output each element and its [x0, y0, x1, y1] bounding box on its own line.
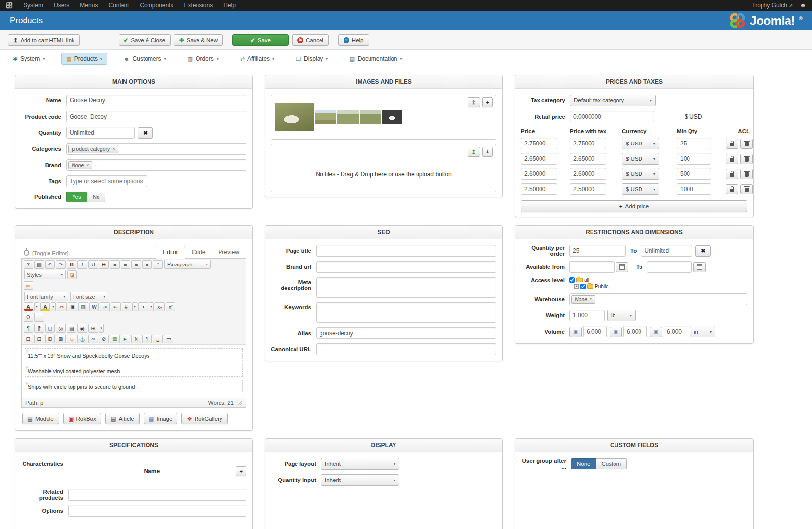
available-until-input[interactable] [647, 261, 692, 273]
menu-item-documentation[interactable]: ▤Documentation▾ [344, 53, 407, 65]
remove-chip-icon[interactable]: × [590, 297, 592, 302]
retail-price-input[interactable] [570, 111, 654, 122]
paragraph-format-select[interactable]: Paragraph▾ [164, 260, 211, 269]
fullscreen-icon[interactable]: ▢ [45, 324, 55, 333]
available-from-input[interactable] [569, 261, 615, 273]
product-thumbnail[interactable] [360, 110, 381, 124]
delete-price-button[interactable] [740, 154, 753, 164]
paste-icon[interactable]: ▥ [78, 302, 88, 311]
insert-image-button[interactable]: ▦Image [144, 413, 178, 424]
acl-lock-button[interactable] [726, 169, 738, 179]
tax-category-select[interactable]: Default tax category▾ [570, 95, 656, 106]
emoticons-icon[interactable]: ☺ [67, 335, 76, 343]
page-layout-select[interactable]: Inherit▾ [321, 458, 399, 470]
quantity-input-select[interactable]: Inherit▾ [321, 474, 399, 486]
files-dropzone[interactable]: ↥ + No files - Drag & Drop here or use t… [271, 144, 496, 192]
min-qty-input[interactable] [677, 138, 711, 149]
indent-icon[interactable]: ⇥ [100, 302, 110, 311]
save-button[interactable]: ✔Save [232, 34, 289, 46]
product-thumbnail[interactable] [315, 110, 336, 124]
print-icon[interactable]: ▤ [67, 324, 76, 333]
topbar-menu-users[interactable]: Users [54, 2, 69, 9]
special-character-icon[interactable]: Ω [24, 313, 33, 322]
menu-item-display[interactable]: ❏Display▾ [291, 53, 333, 65]
blockquote-icon[interactable]: “ [153, 260, 163, 269]
bullet-list-icon[interactable]: • [138, 302, 148, 311]
insert-article-button[interactable]: ▤Article [105, 413, 140, 424]
brand-url-input[interactable] [316, 261, 496, 273]
ordered-list-icon[interactable]: # [122, 302, 131, 311]
insert-rokbox-button[interactable]: ▣RokBox [63, 413, 101, 424]
toggle-editor-icon[interactable] [24, 250, 29, 256]
min-qty-input[interactable] [677, 183, 711, 195]
related-products-input[interactable] [68, 489, 246, 501]
topbar-menu-system[interactable]: System [24, 2, 43, 9]
image-icon[interactable]: ▦ [110, 335, 120, 343]
available-from-calendar-button[interactable] [616, 262, 628, 272]
help-button[interactable]: ?Help [338, 34, 369, 46]
categories-field[interactable]: product category× [66, 143, 246, 155]
outdent-icon[interactable]: ⇤ [111, 302, 121, 311]
remove-chip-icon[interactable]: × [86, 163, 89, 168]
table-insert-row-icon[interactable]: ⊞ [45, 335, 55, 343]
ordered-list-caret-icon[interactable]: ▾ [132, 302, 137, 311]
remove-format-icon[interactable]: ◪ [67, 270, 77, 279]
preview-icon[interactable]: ◎ [56, 324, 66, 333]
delete-price-button[interactable] [740, 169, 753, 179]
product-thumbnail[interactable] [337, 110, 359, 124]
table-row-properties-icon[interactable]: ⊟ [24, 335, 33, 343]
direction-ltr-icon[interactable]: ¶ [24, 324, 33, 333]
price-input[interactable] [521, 183, 557, 195]
price-with-tax-input[interactable] [570, 183, 606, 195]
published-yes-button[interactable]: Yes [66, 192, 87, 202]
topbar-menu-extensions[interactable]: Extensions [184, 2, 213, 9]
remove-chip-icon[interactable]: × [112, 146, 115, 151]
keywords-textarea[interactable] [316, 302, 496, 323]
price-input[interactable] [521, 153, 557, 165]
subscript-icon[interactable]: x₂ [155, 302, 165, 311]
bold-icon[interactable]: B [67, 260, 76, 269]
topbar-menu-help[interactable]: Help [223, 2, 236, 9]
images-dropzone[interactable]: ↥ + [271, 95, 496, 140]
table-delete-row-icon[interactable]: ⊠ [56, 335, 66, 343]
volume-y-input[interactable] [623, 326, 647, 337]
help-icon[interactable]: ? [24, 260, 33, 269]
editor-content[interactable]: p11.5"" x 19" Snow and Specklebelly Goos… [22, 344, 246, 398]
acl-lock-button[interactable] [726, 154, 738, 164]
toggle-editor-link[interactable]: [Toggle Editor] [32, 250, 69, 256]
bullet-list-caret-icon[interactable]: ▾ [149, 302, 154, 311]
min-qty-input[interactable] [677, 153, 711, 165]
font-family-select[interactable]: Font family▾ [24, 292, 68, 301]
insert-rokgallery-button[interactable]: ❖RokGallery [181, 413, 227, 424]
text-color-icon[interactable]: A [24, 302, 33, 311]
quantity-input[interactable] [66, 127, 135, 139]
undo-icon[interactable]: ↶ [45, 260, 55, 269]
resize-grip[interactable] [238, 401, 242, 405]
meta-description-textarea[interactable] [316, 277, 496, 298]
insert-table-caret-icon[interactable]: ▾ [99, 324, 104, 333]
add-file-button[interactable]: + [482, 147, 493, 157]
min-qty-input[interactable] [677, 168, 711, 180]
tab-code[interactable]: Code [185, 246, 212, 258]
currency-select[interactable]: $ USD▾ [622, 183, 659, 195]
site-preview-link[interactable]: Trophy Gulch⇗ [752, 2, 793, 9]
currency-select[interactable]: $ USD▾ [622, 168, 659, 180]
expand-icon[interactable]: + [574, 284, 579, 289]
tab-editor[interactable]: Editor [156, 246, 185, 259]
upload-image-button[interactable]: ↥ [468, 97, 480, 107]
fullpage-icon[interactable]: ▭ [164, 335, 173, 343]
volume-unit-select[interactable]: in▾ [690, 326, 715, 337]
access-level-checkbox-public[interactable] [580, 284, 586, 289]
cut-icon[interactable]: ✂ [57, 302, 67, 311]
user-group-custom-button[interactable]: Custom [596, 458, 627, 469]
menu-item-orders[interactable]: ▥Orders▾ [183, 53, 223, 65]
price-input[interactable] [521, 168, 557, 180]
canonical-url-input[interactable] [316, 343, 496, 355]
insert-table-icon[interactable]: ⊞ [88, 324, 98, 333]
acl-lock-button[interactable] [726, 184, 738, 194]
price-input[interactable] [521, 138, 557, 149]
superscript-icon[interactable]: x² [166, 302, 175, 311]
align-left-icon[interactable]: ≡ [110, 260, 120, 269]
text-color-caret-icon[interactable]: ▾ [34, 302, 39, 311]
highlight-color-caret-icon[interactable]: ▾ [51, 302, 56, 311]
